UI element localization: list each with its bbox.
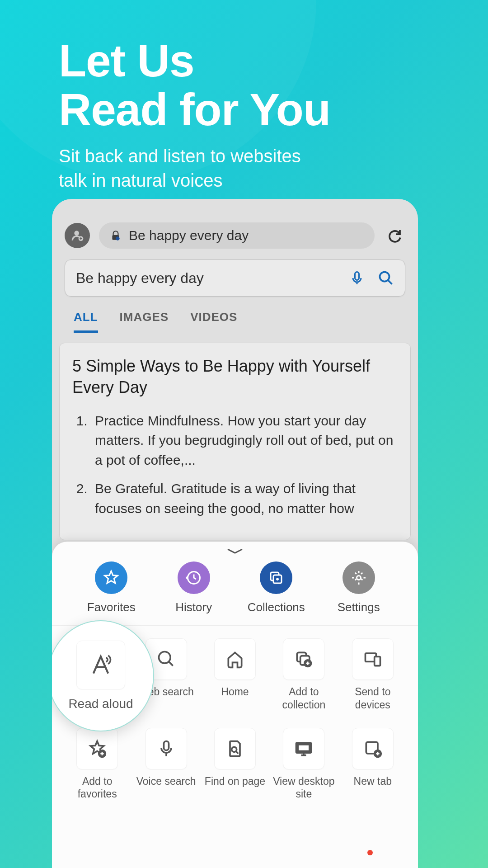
read-aloud-icon — [88, 652, 113, 678]
add-collection-icon — [294, 649, 314, 669]
promo-subtitle: Sit back and listen to websites talk in … — [59, 144, 330, 193]
article-title: 5 Simple Ways to Be Happy with Yourself … — [72, 356, 398, 398]
desktop-icon — [294, 739, 314, 759]
collections-button[interactable]: Collections — [242, 561, 310, 614]
promo-title-line1: Let Us — [59, 36, 330, 85]
profile-avatar[interactable] — [65, 223, 90, 248]
indicator-dot — [367, 850, 373, 855]
favorites-label: Favorites — [87, 600, 136, 614]
promo-title-line2: Read for You — [59, 85, 330, 134]
home-icon — [225, 649, 245, 669]
voice-search-action[interactable]: Voice search — [133, 728, 198, 801]
svg-rect-4 — [355, 272, 359, 280]
article-item-1: Practice Mindfulness. How you start your… — [91, 411, 398, 470]
sheet-handle[interactable] — [52, 542, 418, 555]
person-add-icon — [70, 228, 84, 243]
view-desktop-site-action[interactable]: View desktop site — [271, 728, 336, 801]
svg-rect-17 — [164, 741, 169, 750]
gear-icon — [351, 570, 367, 586]
mic-icon — [156, 739, 176, 759]
address-bar[interactable]: Be happy every day — [99, 222, 375, 249]
send-to-devices-action[interactable]: Send to devices — [340, 638, 405, 712]
home-label: Home — [221, 685, 249, 698]
lock-icon — [110, 230, 122, 241]
chevron-down-icon — [225, 547, 245, 555]
add-to-collection-action[interactable]: Add to collection — [271, 638, 336, 712]
view-desktop-site-label: View desktop site — [271, 775, 336, 801]
read-aloud-label: Read aloud — [68, 696, 133, 712]
tab-all[interactable]: ALL — [74, 310, 98, 333]
home-action[interactable]: Home — [202, 638, 267, 712]
voice-search-label: Voice search — [136, 775, 196, 788]
collections-label: Collections — [248, 600, 305, 614]
new-tab-icon — [363, 739, 383, 759]
refresh-icon — [386, 227, 403, 244]
send-to-devices-label: Send to devices — [340, 685, 405, 712]
find-page-icon — [225, 739, 245, 759]
tab-videos[interactable]: VIDEOS — [190, 310, 237, 333]
promo-header: Let Us Read for You Sit back and listen … — [59, 36, 330, 193]
star-add-icon — [87, 739, 107, 759]
search-text: Be happy every day — [76, 270, 338, 287]
search-icon — [156, 649, 176, 669]
add-to-collection-label: Add to collection — [271, 685, 336, 712]
svg-point-5 — [380, 272, 389, 282]
history-button[interactable]: History — [160, 561, 228, 614]
article-list: Practice Mindfulness. How you start your… — [72, 411, 398, 519]
promo-subtitle-line2: talk in natural voices — [59, 168, 330, 193]
svg-point-0 — [74, 231, 79, 236]
settings-button[interactable]: Settings — [325, 561, 393, 614]
add-to-favorites-label: Add to favorites — [65, 775, 130, 801]
find-on-page-label: Find on page — [205, 775, 265, 788]
new-tab-action[interactable]: New tab — [340, 728, 405, 801]
collections-icon — [268, 570, 284, 586]
browser-chrome: Be happy every day Be happy every day AL… — [52, 199, 418, 333]
svg-point-9 — [357, 576, 361, 580]
find-on-page-action[interactable]: Find on page — [202, 728, 267, 801]
promo-title: Let Us Read for You — [59, 36, 330, 134]
article-item-2: Be Grateful. Gratitude is a way of livin… — [91, 479, 398, 518]
read-aloud-action[interactable]: Read aloud — [52, 620, 154, 731]
phone-screen: Be happy every day Be happy every day AL… — [52, 199, 418, 868]
history-label: History — [175, 600, 212, 614]
sheet-primary-row: Favorites History Collections Settings — [52, 555, 418, 626]
star-icon — [103, 570, 119, 586]
new-tab-label: New tab — [354, 775, 392, 788]
result-card[interactable]: 5 Simple Ways to Be Happy with Yourself … — [59, 343, 411, 540]
devices-icon — [363, 649, 383, 669]
refresh-button[interactable] — [384, 225, 405, 246]
svg-point-3 — [116, 236, 120, 241]
tab-images[interactable]: IMAGES — [120, 310, 169, 333]
search-icon[interactable] — [378, 270, 394, 286]
address-text: Be happy every day — [129, 228, 249, 243]
promo-subtitle-line1: Sit back and listen to websites — [59, 144, 330, 168]
history-icon — [186, 570, 202, 586]
svg-rect-15 — [374, 657, 380, 666]
bottom-sheet: Favorites History Collections Settings — [52, 542, 418, 868]
add-to-favorites-action[interactable]: Add to favorites — [65, 728, 130, 801]
mic-icon[interactable] — [349, 270, 365, 286]
svg-rect-20 — [298, 744, 310, 751]
search-box[interactable]: Be happy every day — [65, 259, 405, 297]
favorites-button[interactable]: Favorites — [77, 561, 145, 614]
search-tabs: ALL IMAGES VIDEOS — [65, 297, 405, 333]
settings-label: Settings — [338, 600, 380, 614]
svg-point-10 — [159, 652, 170, 664]
